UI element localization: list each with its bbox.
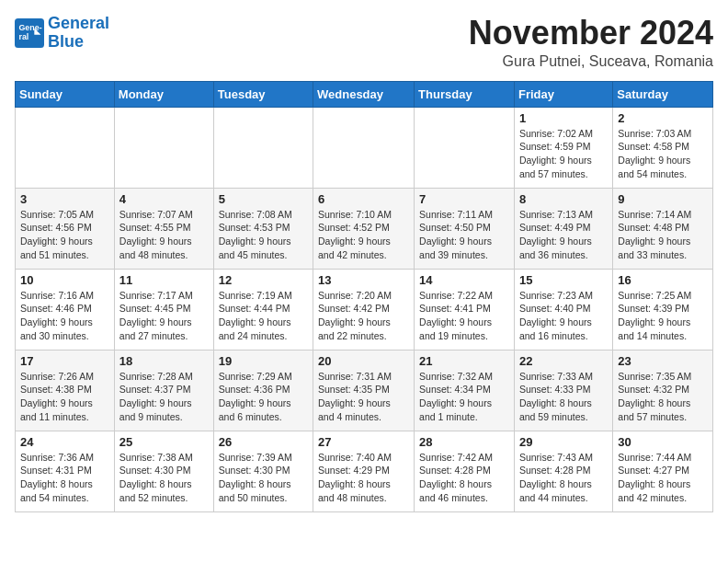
calendar-cell: 29Sunrise: 7:43 AM Sunset: 4:28 PM Dayli… <box>514 431 612 511</box>
day-info: Sunrise: 7:28 AM Sunset: 4:37 PM Dayligh… <box>119 370 209 424</box>
calendar-cell: 9Sunrise: 7:14 AM Sunset: 4:48 PM Daylig… <box>613 188 713 269</box>
day-number: 19 <box>219 354 308 368</box>
weekday-header: Friday <box>514 81 612 107</box>
calendar-cell: 5Sunrise: 7:08 AM Sunset: 4:53 PM Daylig… <box>213 188 313 269</box>
day-number: 28 <box>419 435 509 449</box>
day-info: Sunrise: 7:33 AM Sunset: 4:33 PM Dayligh… <box>519 370 608 424</box>
day-number: 7 <box>419 192 509 206</box>
calendar-cell <box>415 107 515 188</box>
calendar-cell: 8Sunrise: 7:13 AM Sunset: 4:49 PM Daylig… <box>514 188 612 269</box>
weekday-header: Thursday <box>415 81 515 107</box>
day-info: Sunrise: 7:31 AM Sunset: 4:35 PM Dayligh… <box>318 370 409 424</box>
day-info: Sunrise: 7:19 AM Sunset: 4:44 PM Dayligh… <box>219 289 308 343</box>
calendar-cell: 2Sunrise: 7:03 AM Sunset: 4:58 PM Daylig… <box>613 107 713 188</box>
day-number: 24 <box>20 435 109 449</box>
calendar-cell: 13Sunrise: 7:20 AM Sunset: 4:42 PM Dayli… <box>313 269 415 350</box>
day-number: 10 <box>20 273 109 287</box>
calendar-week-row: 10Sunrise: 7:16 AM Sunset: 4:46 PM Dayli… <box>16 269 713 350</box>
calendar-cell: 14Sunrise: 7:22 AM Sunset: 4:41 PM Dayli… <box>415 269 515 350</box>
calendar-cell: 24Sunrise: 7:36 AM Sunset: 4:31 PM Dayli… <box>16 431 115 511</box>
day-number: 13 <box>318 273 409 287</box>
day-number: 23 <box>618 354 708 368</box>
day-number: 14 <box>419 273 509 287</box>
day-number: 15 <box>519 273 608 287</box>
calendar-cell: 11Sunrise: 7:17 AM Sunset: 4:45 PM Dayli… <box>114 269 213 350</box>
day-info: Sunrise: 7:39 AM Sunset: 4:30 PM Dayligh… <box>219 451 308 505</box>
day-number: 20 <box>318 354 409 368</box>
day-info: Sunrise: 7:05 AM Sunset: 4:56 PM Dayligh… <box>20 208 109 262</box>
calendar-cell: 26Sunrise: 7:39 AM Sunset: 4:30 PM Dayli… <box>213 431 313 511</box>
day-info: Sunrise: 7:11 AM Sunset: 4:50 PM Dayligh… <box>419 208 509 262</box>
day-info: Sunrise: 7:08 AM Sunset: 4:53 PM Dayligh… <box>219 208 308 262</box>
day-number: 1 <box>519 111 608 125</box>
day-info: Sunrise: 7:29 AM Sunset: 4:36 PM Dayligh… <box>219 370 308 424</box>
day-number: 21 <box>419 354 509 368</box>
day-number: 2 <box>618 111 708 125</box>
calendar-week-row: 3Sunrise: 7:05 AM Sunset: 4:56 PM Daylig… <box>16 188 713 269</box>
day-info: Sunrise: 7:32 AM Sunset: 4:34 PM Dayligh… <box>419 370 509 424</box>
weekday-header: Wednesday <box>313 81 415 107</box>
calendar-week-row: 17Sunrise: 7:26 AM Sunset: 4:38 PM Dayli… <box>16 350 713 431</box>
day-number: 6 <box>318 192 409 206</box>
calendar-cell: 15Sunrise: 7:23 AM Sunset: 4:40 PM Dayli… <box>514 269 612 350</box>
svg-text:ral: ral <box>18 32 28 41</box>
day-number: 11 <box>119 273 209 287</box>
day-info: Sunrise: 7:02 AM Sunset: 4:59 PM Dayligh… <box>519 127 608 181</box>
day-number: 18 <box>119 354 209 368</box>
calendar-cell: 22Sunrise: 7:33 AM Sunset: 4:33 PM Dayli… <box>514 350 612 431</box>
day-number: 27 <box>318 435 409 449</box>
day-info: Sunrise: 7:22 AM Sunset: 4:41 PM Dayligh… <box>419 289 509 343</box>
day-info: Sunrise: 7:40 AM Sunset: 4:29 PM Dayligh… <box>318 451 409 505</box>
svg-text:Gene-: Gene- <box>18 23 41 32</box>
calendar-cell <box>114 107 213 188</box>
calendar-cell <box>213 107 313 188</box>
logo-text: General Blue <box>48 15 109 52</box>
day-info: Sunrise: 7:38 AM Sunset: 4:30 PM Dayligh… <box>119 451 209 505</box>
month-title: November 2024 <box>469 15 713 52</box>
day-info: Sunrise: 7:35 AM Sunset: 4:32 PM Dayligh… <box>618 370 708 424</box>
day-info: Sunrise: 7:25 AM Sunset: 4:39 PM Dayligh… <box>618 289 708 343</box>
logo-icon: Gene- ral <box>15 18 44 48</box>
weekday-header: Sunday <box>16 81 115 107</box>
calendar-cell: 7Sunrise: 7:11 AM Sunset: 4:50 PM Daylig… <box>415 188 515 269</box>
calendar-cell: 23Sunrise: 7:35 AM Sunset: 4:32 PM Dayli… <box>613 350 713 431</box>
day-info: Sunrise: 7:42 AM Sunset: 4:28 PM Dayligh… <box>419 451 509 505</box>
calendar-cell: 6Sunrise: 7:10 AM Sunset: 4:52 PM Daylig… <box>313 188 415 269</box>
calendar-cell <box>313 107 415 188</box>
calendar-cell: 17Sunrise: 7:26 AM Sunset: 4:38 PM Dayli… <box>16 350 115 431</box>
day-info: Sunrise: 7:23 AM Sunset: 4:40 PM Dayligh… <box>519 289 608 343</box>
day-info: Sunrise: 7:20 AM Sunset: 4:42 PM Dayligh… <box>318 289 409 343</box>
calendar-week-row: 24Sunrise: 7:36 AM Sunset: 4:31 PM Dayli… <box>16 431 713 511</box>
calendar-cell: 3Sunrise: 7:05 AM Sunset: 4:56 PM Daylig… <box>16 188 115 269</box>
weekday-header: Monday <box>114 81 213 107</box>
calendar-cell: 28Sunrise: 7:42 AM Sunset: 4:28 PM Dayli… <box>415 431 515 511</box>
day-info: Sunrise: 7:03 AM Sunset: 4:58 PM Dayligh… <box>618 127 708 181</box>
day-info: Sunrise: 7:17 AM Sunset: 4:45 PM Dayligh… <box>119 289 209 343</box>
day-number: 30 <box>618 435 708 449</box>
day-number: 4 <box>119 192 209 206</box>
calendar-cell: 25Sunrise: 7:38 AM Sunset: 4:30 PM Dayli… <box>114 431 213 511</box>
day-number: 3 <box>20 192 109 206</box>
day-info: Sunrise: 7:10 AM Sunset: 4:52 PM Dayligh… <box>318 208 409 262</box>
day-number: 17 <box>20 354 109 368</box>
calendar-cell: 1Sunrise: 7:02 AM Sunset: 4:59 PM Daylig… <box>514 107 612 188</box>
day-info: Sunrise: 7:44 AM Sunset: 4:27 PM Dayligh… <box>618 451 708 505</box>
calendar-cell: 20Sunrise: 7:31 AM Sunset: 4:35 PM Dayli… <box>313 350 415 431</box>
calendar-cell <box>16 107 115 188</box>
day-info: Sunrise: 7:07 AM Sunset: 4:55 PM Dayligh… <box>119 208 209 262</box>
calendar-cell: 10Sunrise: 7:16 AM Sunset: 4:46 PM Dayli… <box>16 269 115 350</box>
day-number: 26 <box>219 435 308 449</box>
weekday-header: Tuesday <box>213 81 313 107</box>
calendar-cell: 30Sunrise: 7:44 AM Sunset: 4:27 PM Dayli… <box>613 431 713 511</box>
page-header: Gene- ral General Blue November 2024 Gur… <box>15 15 713 70</box>
day-info: Sunrise: 7:16 AM Sunset: 4:46 PM Dayligh… <box>20 289 109 343</box>
day-info: Sunrise: 7:14 AM Sunset: 4:48 PM Dayligh… <box>618 208 708 262</box>
calendar-cell: 16Sunrise: 7:25 AM Sunset: 4:39 PM Dayli… <box>613 269 713 350</box>
calendar-cell: 18Sunrise: 7:28 AM Sunset: 4:37 PM Dayli… <box>114 350 213 431</box>
calendar-cell: 27Sunrise: 7:40 AM Sunset: 4:29 PM Dayli… <box>313 431 415 511</box>
day-number: 25 <box>119 435 209 449</box>
weekday-header: Saturday <box>613 81 713 107</box>
day-info: Sunrise: 7:26 AM Sunset: 4:38 PM Dayligh… <box>20 370 109 424</box>
location-title: Gura Putnei, Suceava, Romania <box>469 53 713 70</box>
day-number: 5 <box>219 192 308 206</box>
